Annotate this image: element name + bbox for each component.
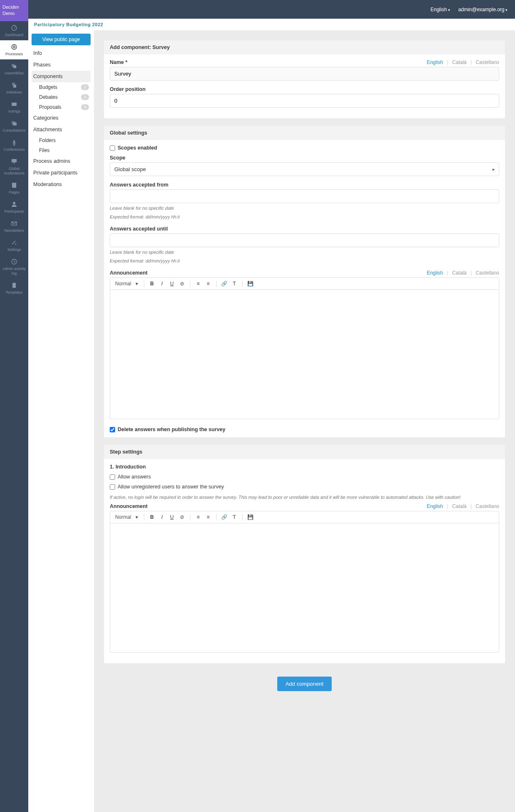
rail-item-admin_activity_log[interactable]: Admin activity log xyxy=(0,255,28,279)
format-select[interactable]: Normal ▾ xyxy=(113,513,140,521)
answers-from-label: Answers accepted from xyxy=(110,182,168,188)
unlink-icon[interactable]: ⊘ xyxy=(178,514,186,520)
sidebar-subitem-folders[interactable]: Folders xyxy=(32,135,91,145)
lang-tab-en[interactable]: English xyxy=(427,270,443,276)
ordered-list-icon[interactable]: ≡ xyxy=(195,514,202,520)
sidebar-item-categories[interactable]: Categories xyxy=(32,112,91,124)
scope-dropdown[interactable]: Global scope xyxy=(110,162,499,176)
svg-point-15 xyxy=(13,202,15,204)
order-input[interactable] xyxy=(110,94,499,108)
lang-tab-ca[interactable]: Català xyxy=(446,270,466,276)
view-public-page-button[interactable]: View public page xyxy=(32,34,91,45)
delete-answers-checkbox[interactable] xyxy=(110,427,115,432)
underline-icon[interactable]: U xyxy=(168,281,176,287)
lang-tab-en[interactable]: English xyxy=(427,503,443,509)
clear-format-icon[interactable]: Ƭ xyxy=(231,281,238,287)
name-input[interactable] xyxy=(110,67,499,81)
editor-toolbar: Normal ▾ B I U ⊘ ≡ ≡ xyxy=(110,511,499,523)
processes-icon xyxy=(1,44,27,50)
rail-item-templates[interactable]: Templates xyxy=(0,279,28,298)
rail-item-votings[interactable]: Votings xyxy=(0,98,28,117)
rail-item-label: Assemblies xyxy=(5,71,24,75)
unordered-list-icon[interactable]: ≡ xyxy=(205,514,212,520)
sidebar-item-process-admins[interactable]: Process admins xyxy=(32,155,91,167)
format-select[interactable]: Normal ▾ xyxy=(113,280,140,287)
global_moderations-icon xyxy=(1,158,27,165)
save-icon[interactable]: 💾 xyxy=(247,514,254,520)
rail-item-conferences[interactable]: Conferences xyxy=(0,136,28,155)
lang-tab-ca[interactable]: Català xyxy=(446,503,466,509)
scopes-enabled-label: Scopes enabled xyxy=(118,145,157,151)
lang-tab-en[interactable]: English xyxy=(427,59,443,65)
unlink-icon[interactable]: ⊘ xyxy=(178,281,186,287)
language-menu[interactable]: English xyxy=(431,7,450,12)
allow-answers-checkbox[interactable] xyxy=(110,474,115,480)
ordered-list-icon[interactable]: ≡ xyxy=(195,281,202,287)
name-label: Name * xyxy=(110,59,127,65)
step-announcement-textarea[interactable] xyxy=(110,523,499,652)
step-announcement-editor: Normal ▾ B I U ⊘ ≡ ≡ xyxy=(110,511,499,653)
save-icon[interactable]: 💾 xyxy=(247,281,254,287)
lang-tab-ca[interactable]: Català xyxy=(446,59,466,65)
rail-item-label: Global moderations xyxy=(4,167,25,175)
sidebar-subitem-proposals[interactable]: Proposals3 xyxy=(32,102,91,112)
rail-item-consultations[interactable]: Consultations xyxy=(0,117,28,136)
sidebar-subitem-debates[interactable]: Debates2 xyxy=(32,92,91,102)
allow-unregistered-checkbox[interactable] xyxy=(110,484,115,490)
sidebar-item-info[interactable]: Info xyxy=(32,47,91,59)
lang-tab-es[interactable]: Castellano xyxy=(469,59,500,65)
sidebar-subitem-budgets[interactable]: Budgets2 xyxy=(32,82,91,92)
rail-item-initiatives[interactable]: Initiatives xyxy=(0,79,28,98)
rail-item-settings[interactable]: Settings xyxy=(0,236,28,255)
rail-item-dashboard[interactable]: Dashboard xyxy=(0,21,28,40)
editor-toolbar: Normal ▾ B I U ⊘ ≡ ≡ xyxy=(110,278,499,290)
sidebar-item-attachments[interactable]: Attachments xyxy=(32,124,91,135)
sidebar-item-moderations[interactable]: Moderations xyxy=(32,179,91,190)
lang-tab-es[interactable]: Castellano xyxy=(469,270,500,276)
lang-tab-es[interactable]: Castellano xyxy=(469,503,500,509)
rail-item-label: Conferences xyxy=(3,147,25,152)
sidebar-item-phases[interactable]: Phases xyxy=(32,59,91,71)
rail-item-global_moderations[interactable]: Global moderations xyxy=(0,155,28,179)
rail-item-participants[interactable]: Participants xyxy=(0,198,28,217)
rail-item-newsletters[interactable]: Newsletters xyxy=(0,217,28,236)
scopes-enabled-checkbox[interactable] xyxy=(110,145,115,151)
unordered-list-icon[interactable]: ≡ xyxy=(205,281,212,287)
answers-from-help1: Leave blank for no specific date xyxy=(110,205,499,212)
rail-item-pages[interactable]: Pages xyxy=(0,179,28,198)
rail-item-label: Votings xyxy=(8,109,20,113)
bold-icon[interactable]: B xyxy=(148,281,156,287)
link-icon[interactable]: 🔗 xyxy=(221,514,228,520)
step-announcement-label: Announcement xyxy=(110,503,148,509)
bold-icon[interactable]: B xyxy=(148,514,156,520)
link-icon[interactable]: 🔗 xyxy=(221,281,228,287)
announcement-textarea[interactable] xyxy=(110,290,499,419)
rail-item-label: Templates xyxy=(5,290,22,294)
svg-point-2 xyxy=(12,44,17,49)
sidebar-subitem-files[interactable]: Files xyxy=(32,145,91,155)
newsletters-icon xyxy=(1,220,27,227)
rail-item-assemblies[interactable]: Assemblies xyxy=(0,59,28,79)
answers-from-input[interactable] xyxy=(110,189,499,203)
sidebar-subitem-label: Files xyxy=(39,147,49,153)
rail-item-label: Admin activity log xyxy=(2,267,26,275)
sidebar-item-private-participants[interactable]: Private participants xyxy=(32,167,91,179)
add-component-button[interactable]: Add component xyxy=(277,677,332,691)
rail-item-processes[interactable]: Processes xyxy=(0,40,28,59)
italic-icon[interactable]: I xyxy=(158,514,166,520)
conferences-icon xyxy=(1,139,27,146)
svg-line-1 xyxy=(14,27,15,28)
user-menu[interactable]: admin@example.org xyxy=(458,7,508,12)
consultations-icon xyxy=(1,120,27,127)
underline-icon[interactable]: U xyxy=(168,514,176,520)
sidebar-subitem-count: 3 xyxy=(81,104,89,110)
answers-until-input[interactable] xyxy=(110,233,499,247)
sidebar-item-components[interactable]: Components xyxy=(32,71,91,82)
breadcrumb[interactable]: Participatory Budgeting 2022 xyxy=(28,19,515,30)
italic-icon[interactable]: I xyxy=(158,281,166,287)
brand-logo[interactable]: Decidim Demo xyxy=(0,0,28,21)
scope-label: Scope xyxy=(110,155,126,161)
settings-icon xyxy=(1,239,27,246)
clear-format-icon[interactable]: Ƭ xyxy=(231,514,238,520)
svg-rect-5 xyxy=(13,65,16,68)
